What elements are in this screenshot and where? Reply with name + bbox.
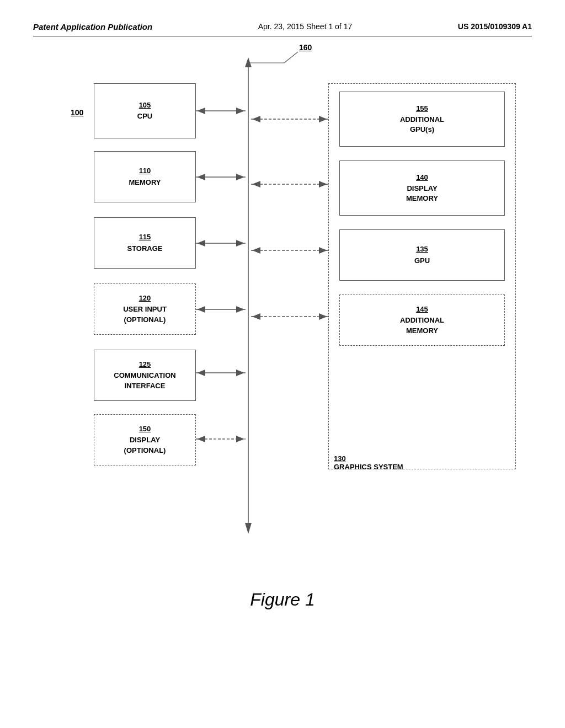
ref-user-input: 120	[139, 293, 151, 303]
diagram-area: 100 160 105 CPU 110 MEMORY 115 STORAGE 1…	[33, 47, 532, 627]
box-display-memory: 140 DISPLAYMEMORY	[339, 160, 505, 216]
svg-marker-22	[319, 247, 327, 254]
svg-marker-2	[245, 523, 252, 534]
figure-caption: Figure 1	[33, 590, 532, 610]
label-comm-interface: COMMUNICATIONINTERFACE	[114, 371, 175, 390]
patent-number: US 2015/0109309 A1	[458, 22, 532, 31]
svg-marker-9	[252, 116, 260, 122]
svg-marker-19	[236, 240, 244, 247]
svg-marker-21	[252, 247, 260, 254]
box-additional-memory: 145 ADDITIONALMEMORY	[339, 295, 505, 346]
box-display: 150 DISPLAY(OPTIONAL)	[94, 414, 196, 465]
label-memory: MEMORY	[129, 178, 161, 188]
svg-marker-6	[197, 108, 205, 114]
label-display: DISPLAY(OPTIONAL)	[124, 435, 166, 455]
ref-display: 150	[139, 424, 151, 434]
ref-additional-gpu: 155	[416, 104, 428, 114]
box-comm-interface: 125 COMMUNICATIONINTERFACE	[94, 350, 196, 401]
svg-marker-25	[236, 306, 244, 313]
ref-display-memory: 140	[416, 173, 428, 183]
label-cpu: CPU	[137, 111, 152, 121]
ref-additional-memory: 145	[416, 304, 428, 314]
ref-cpu: 105	[139, 100, 151, 110]
svg-marker-27	[252, 313, 260, 320]
publication-label: Patent Application Publication	[33, 22, 152, 31]
ref-graphics-system: 130GRAPHICS SYSTEM	[334, 454, 403, 471]
svg-marker-12	[197, 174, 205, 180]
svg-marker-1	[245, 57, 252, 67]
svg-marker-16	[319, 181, 327, 188]
svg-marker-18	[197, 240, 205, 247]
ref-160: 160	[299, 43, 312, 52]
label-gpu: GPU	[414, 256, 430, 266]
box-storage: 115 STORAGE	[94, 217, 196, 269]
label-storage: STORAGE	[127, 244, 162, 254]
page-header: Patent Application Publication Apr. 23, …	[33, 22, 532, 36]
label-display-memory: DISPLAYMEMORY	[406, 184, 438, 204]
svg-marker-10	[319, 116, 327, 122]
svg-line-4	[284, 52, 298, 63]
box-gpu: 135 GPU	[339, 229, 505, 281]
box-additional-gpu: 155 ADDITIONALGPU(s)	[339, 92, 505, 147]
ref-100: 100	[71, 108, 83, 117]
svg-marker-13	[236, 174, 244, 180]
ref-gpu: 135	[416, 244, 428, 254]
ref-memory: 110	[139, 166, 151, 176]
svg-marker-7	[236, 108, 244, 114]
ref-storage: 115	[139, 232, 151, 242]
label-additional-memory: ADDITIONALMEMORY	[400, 315, 444, 335]
sheet-info: Apr. 23, 2015 Sheet 1 of 17	[258, 22, 352, 31]
box-memory: 110 MEMORY	[94, 151, 196, 202]
box-cpu: 105 CPU	[94, 83, 196, 138]
svg-marker-24	[197, 306, 205, 313]
label-additional-gpu: ADDITIONALGPU(s)	[400, 115, 444, 135]
label-user-input: USER INPUT(OPTIONAL)	[123, 304, 167, 324]
page: Patent Application Publication Apr. 23, …	[0, 0, 565, 728]
svg-marker-15	[252, 181, 260, 188]
box-user-input: 120 USER INPUT(OPTIONAL)	[94, 283, 196, 335]
svg-marker-34	[236, 436, 244, 442]
svg-marker-28	[319, 313, 327, 320]
svg-marker-30	[197, 370, 205, 376]
ref-comm-interface: 125	[139, 360, 151, 370]
svg-marker-31	[236, 370, 244, 376]
svg-marker-33	[197, 436, 205, 442]
